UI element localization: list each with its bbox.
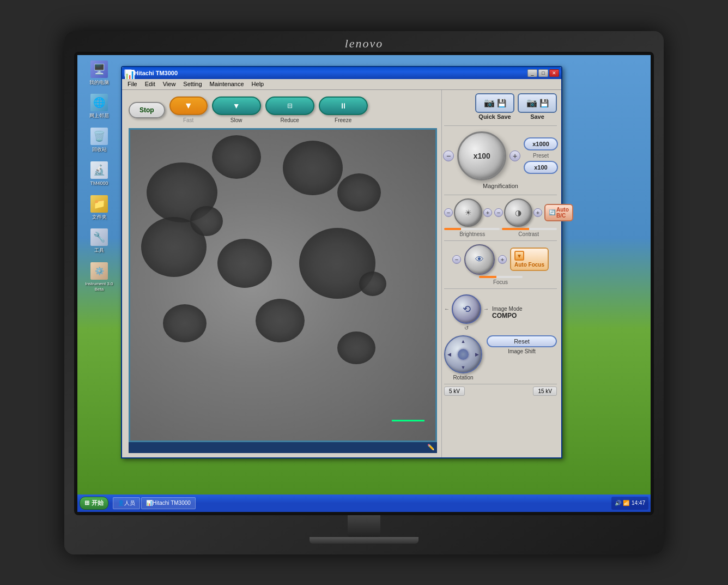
screen-bezel: 🖥️ 我的电脑 🌐 网上邻居 🗑️ 回收站 🔬 TM4000 📁: [74, 52, 654, 515]
auto-focus-button[interactable]: ▼ Auto Focus: [510, 248, 549, 271]
save-camera-icon: 📷: [526, 98, 537, 108]
rotation-section: ▲ ▼ ◀ ▶ Rotation Reset Image Shi: [444, 335, 557, 381]
start-button[interactable]: ⊞ 开始: [80, 497, 108, 510]
windows-logo-icon: ⊞: [84, 499, 89, 506]
quick-save-button[interactable]: 📷 💾: [475, 93, 514, 113]
title-bar: 📊 Hitachi TM3000 _ □ ✕: [122, 67, 561, 79]
brightness-label: Brightness: [451, 231, 494, 237]
fast-button[interactable]: ▼: [169, 97, 208, 115]
menu-maintenance[interactable]: Maintenance: [207, 80, 247, 88]
brightness-plus-button[interactable]: +: [483, 208, 492, 217]
contrast-minus-button[interactable]: −: [494, 208, 503, 217]
focus-plus-button[interactable]: +: [498, 255, 507, 264]
start-label: 开始: [92, 499, 104, 507]
desktop-icon-mycomputer[interactable]: 🖥️ 我的电脑: [83, 61, 116, 86]
mag-label: Magnification: [483, 183, 518, 189]
freeze-button[interactable]: ⏸: [319, 97, 368, 115]
desktop-icon-tm4000[interactable]: 🔬 TM4000: [83, 161, 116, 186]
mode-info: Image Mode COMPO: [492, 306, 523, 319]
brightness-slider[interactable]: [444, 228, 500, 230]
save-button[interactable]: 📷 💾: [518, 93, 557, 113]
auto-bc-icon: 🔄: [549, 209, 555, 215]
magnification-section: − x100 + x1000 Preset: [444, 129, 557, 191]
desktop-icon-tools[interactable]: 🔧 工具: [83, 228, 116, 254]
image-shift-label: Image Shift: [487, 348, 557, 354]
control-panel: 📷 💾 Quick Save 📷 💾 Save: [441, 90, 561, 457]
rotation-dial-group: ▲ ▼ ◀ ▶ Rotation: [444, 335, 482, 381]
monitor-stand-neck: [348, 515, 380, 537]
rotation-label: Rotation: [453, 375, 473, 381]
reduce-button[interactable]: ⊟: [265, 97, 314, 115]
menu-setting[interactable]: Setting: [180, 80, 205, 88]
preset-x1000-button[interactable]: x1000: [524, 137, 558, 150]
focus-knob[interactable]: 👁: [464, 244, 495, 275]
desktop-icon-folder[interactable]: 📁 文件夹: [83, 195, 116, 220]
taskbar-item-user[interactable]: 👤 人员: [113, 497, 140, 509]
magnification-dial[interactable]: x100: [457, 131, 506, 180]
menu-help[interactable]: Help: [248, 80, 268, 88]
rot-up-icon: ▲: [461, 339, 466, 344]
bc-labels-row: Brightness Contrast: [444, 231, 557, 237]
menu-file[interactable]: File: [124, 80, 141, 88]
contrast-plus-button[interactable]: +: [533, 208, 542, 217]
mag-plus-button[interactable]: +: [509, 150, 520, 161]
auto-bc-button[interactable]: 🔄 Auto B/C: [544, 204, 573, 221]
mag-dial-row: − x100 + x1000 Preset: [443, 131, 558, 180]
focus-minus-button[interactable]: −: [452, 255, 461, 264]
desktop-icon-network[interactable]: 🌐 网上邻居: [83, 94, 116, 119]
taskbar-items: 👤 人员 📊 Hitachi TM3000: [113, 497, 611, 509]
menu-view[interactable]: View: [160, 80, 179, 88]
auto-bc-label: Auto B/C: [556, 207, 569, 219]
image-mode-section: ← ⟲ → ↺ Image Mode COMPO: [444, 292, 557, 333]
reduce-icon: ⊟: [287, 102, 293, 110]
maximize-button[interactable]: □: [538, 69, 548, 77]
focus-section: − 👁 + ▼ Auto Focus: [444, 244, 557, 285]
slow-icon: ▼: [233, 101, 240, 110]
brightness-controls: − ☀ +: [444, 198, 492, 227]
image-shift-group: Reset Image Shift: [487, 335, 557, 354]
slow-button[interactable]: ▼: [212, 97, 261, 115]
brightness-icon: ☀: [465, 208, 472, 217]
bc-controls-row: − ☀ + − ◑: [444, 198, 557, 227]
monitor-brand: lenovo: [345, 37, 384, 51]
fast-arrow-icon: ▼: [184, 101, 193, 111]
contrast-label: Contrast: [507, 231, 550, 237]
quick-save-group: 📷 💾 Quick Save: [475, 93, 514, 120]
close-button[interactable]: ✕: [549, 69, 559, 77]
menu-edit[interactable]: Edit: [142, 80, 159, 88]
reduce-label: Reduce: [280, 117, 299, 123]
desktop-icon-instrument[interactable]: ⚙️ Instrument 3.0 Beta: [83, 262, 116, 292]
scale-bar: [392, 420, 424, 421]
rot-down-icon: ▼: [461, 365, 466, 370]
kv-15-button[interactable]: 15 kV: [533, 387, 557, 396]
app-title: Hitachi TM3000: [134, 70, 527, 76]
image-bottom-bar: ✏️: [129, 442, 437, 453]
preset-x100-button[interactable]: x100: [524, 161, 558, 174]
stop-button[interactable]: Stop: [129, 102, 165, 118]
reset-button[interactable]: Reset: [487, 335, 557, 347]
contrast-slider[interactable]: [502, 228, 557, 230]
taskbar-tm3000-label: Hitachi TM3000: [153, 500, 191, 506]
taskbar-item-tm3000[interactable]: 📊 Hitachi TM3000: [141, 497, 196, 509]
contrast-knob[interactable]: ◑: [504, 198, 532, 227]
desktop-icon-recycle[interactable]: 🗑️ 回收站: [83, 128, 116, 153]
mag-minus-button[interactable]: −: [443, 150, 454, 161]
mag-value: x100: [474, 152, 490, 160]
brightness-knob[interactable]: ☀: [454, 198, 482, 227]
bc-sliders-row: [444, 228, 557, 230]
minimize-button[interactable]: _: [527, 69, 537, 77]
image-mode-label: Image Mode: [492, 306, 523, 312]
edit-icon[interactable]: ✏️: [427, 444, 435, 451]
blob-12: [359, 272, 386, 296]
image-mode-controls: ← ⟲ → ↺: [444, 294, 489, 331]
kv-5-button[interactable]: 5 kV: [444, 387, 465, 396]
focus-slider[interactable]: [479, 276, 523, 278]
contrast-icon: ◑: [515, 208, 521, 217]
blob-8: [163, 304, 207, 342]
image-mode-dial[interactable]: ⟲: [452, 294, 481, 324]
blob-11: [190, 206, 223, 236]
dial-inner: x100: [474, 151, 490, 161]
image-mode-dial-row: ← ⟲ →: [444, 294, 489, 324]
rotation-dial[interactable]: ▲ ▼ ◀ ▶: [444, 335, 482, 373]
brightness-minus-button[interactable]: −: [444, 208, 453, 217]
